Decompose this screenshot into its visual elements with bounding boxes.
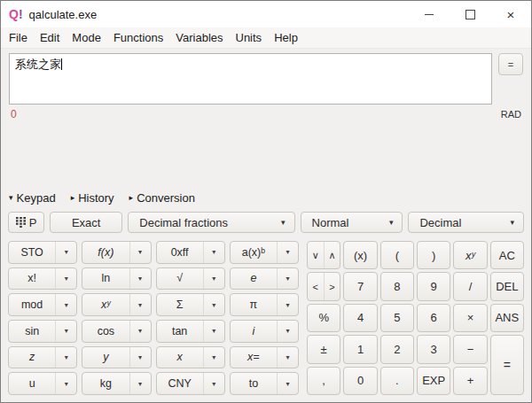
fraction-mode-dropdown[interactable]: Decimal fractions ▾ [128, 212, 294, 233]
menu-item-variables[interactable]: Variables [169, 31, 229, 44]
key-var-x-button[interactable]: x [157, 347, 203, 368]
key-7[interactable]: 7 [343, 272, 377, 300]
key-imaginary-button[interactable]: i [231, 321, 277, 342]
key-4[interactable]: 4 [343, 304, 377, 332]
key-cursor-leftright-right[interactable]: > [324, 273, 340, 299]
programming-keypad-button[interactable]: P [8, 212, 44, 233]
key-sto-button[interactable]: STO [9, 242, 55, 263]
key-unit-u-dropdown[interactable]: ▾ [55, 373, 76, 394]
calculate-button[interactable]: = [498, 53, 523, 75]
key-9[interactable]: 9 [417, 272, 450, 300]
key-sum-button[interactable]: Σ [157, 294, 203, 315]
key-ans[interactable]: ANS [490, 304, 524, 332]
key-unit-kg-dropdown[interactable]: ▾ [129, 373, 151, 394]
key-sum-dropdown[interactable]: ▾ [203, 294, 224, 315]
menu-item-help[interactable]: Help [268, 31, 304, 44]
key-history-updown-left[interactable]: ∨ [308, 242, 324, 268]
key-cursor-leftright[interactable]: <> [307, 272, 340, 300]
key-solve-button[interactable]: x= [231, 347, 277, 368]
key-parens-x[interactable]: (x) [343, 241, 377, 269]
key-tan-button[interactable]: tan [157, 321, 203, 342]
key-e-dropdown[interactable]: ▾ [277, 268, 298, 290]
menu-item-units[interactable]: Units [230, 31, 269, 44]
key-power-dropdown[interactable]: ▾ [129, 294, 151, 315]
key-raise[interactable]: xʸ [453, 241, 487, 269]
key-hex-dropdown[interactable]: ▾ [203, 242, 224, 263]
display-mode-dropdown[interactable]: Normal ▾ [301, 212, 403, 233]
key-cursor-leftright-left[interactable]: < [308, 273, 324, 299]
close-button[interactable]: × [490, 1, 531, 27]
key-0[interactable]: 0 [343, 367, 377, 395]
key-percent[interactable]: % [307, 304, 340, 332]
panel-toggle-history[interactable]: ▸ History [71, 191, 114, 205]
key-ac[interactable]: AC [490, 241, 524, 269]
key-history-updown-right[interactable]: ∧ [324, 242, 340, 268]
key-power-button[interactable]: xʸ [82, 294, 129, 315]
key-del[interactable]: DEL [490, 272, 524, 300]
key-decimal-point[interactable]: . [380, 367, 414, 395]
key-comma[interactable]: , [307, 367, 340, 395]
key-currency-cny-button[interactable]: CNY [157, 373, 203, 394]
key-sin-button[interactable]: sin [9, 321, 55, 342]
key-currency-cny-dropdown[interactable]: ▾ [203, 373, 224, 394]
key-sto-dropdown[interactable]: ▾ [55, 242, 76, 263]
key-fx-button[interactable]: f(x) [82, 242, 129, 263]
key-cos-dropdown[interactable]: ▾ [129, 321, 151, 342]
key-exp[interactable]: EXP [417, 367, 450, 395]
key-equals[interactable]: = [490, 335, 524, 395]
base-mode-dropdown[interactable]: Decimal ▾ [408, 212, 524, 233]
menu-item-file[interactable]: File [3, 31, 34, 44]
key-convert-to-button[interactable]: to [231, 373, 277, 394]
key-multiply[interactable]: × [453, 304, 487, 332]
key-solve-dropdown[interactable]: ▾ [277, 347, 298, 368]
key-6[interactable]: 6 [417, 304, 450, 332]
key-tan-dropdown[interactable]: ▾ [203, 321, 224, 342]
key-ln-button[interactable]: ln [82, 268, 129, 290]
panel-toggle-conversion[interactable]: ▸ Conversion [129, 191, 195, 205]
maximize-button[interactable] [450, 1, 490, 27]
key-base-exp-button[interactable]: a(x)ᵇ [231, 242, 277, 263]
key-imaginary-dropdown[interactable]: ▾ [277, 321, 298, 342]
menu-item-edit[interactable]: Edit [34, 31, 66, 44]
key-base-exp-dropdown[interactable]: ▾ [277, 242, 298, 263]
key-var-z-dropdown[interactable]: ▾ [55, 347, 76, 368]
exact-button[interactable]: Exact [50, 212, 122, 233]
key-cos-button[interactable]: cos [82, 321, 129, 342]
key-mod-dropdown[interactable]: ▾ [55, 294, 76, 315]
panel-toggle-keypad[interactable]: ▾ Keypad [9, 191, 56, 205]
key-1[interactable]: 1 [343, 335, 377, 363]
key-pi-dropdown[interactable]: ▾ [277, 294, 298, 315]
key-ln-dropdown[interactable]: ▾ [129, 268, 151, 290]
key-paren-close[interactable]: ) [417, 241, 450, 269]
key-sqrt-dropdown[interactable]: ▾ [203, 268, 224, 290]
key-divide[interactable]: / [453, 272, 487, 300]
key-plusminus[interactable]: ± [307, 335, 340, 363]
key-history-updown[interactable]: ∨∧ [307, 241, 340, 269]
key-2[interactable]: 2 [380, 335, 414, 363]
key-var-x-dropdown[interactable]: ▾ [203, 347, 224, 368]
key-convert-to-dropdown[interactable]: ▾ [277, 373, 298, 394]
key-unit-kg-button[interactable]: kg [82, 373, 129, 394]
key-var-y-dropdown[interactable]: ▾ [129, 347, 151, 368]
key-8[interactable]: 8 [380, 272, 414, 300]
key-factorial-button[interactable]: x! [9, 268, 55, 290]
key-5[interactable]: 5 [380, 304, 414, 332]
angle-mode-badge[interactable]: RAD [501, 109, 521, 120]
key-e-button[interactable]: e [231, 268, 277, 290]
menu-item-functions[interactable]: Functions [107, 31, 169, 44]
key-add[interactable]: + [453, 367, 487, 395]
key-pi-button[interactable]: π [231, 294, 277, 315]
key-var-y-button[interactable]: y [82, 347, 129, 368]
key-mod-button[interactable]: mod [9, 294, 55, 315]
menu-item-mode[interactable]: Mode [66, 31, 107, 44]
key-3[interactable]: 3 [417, 335, 450, 363]
key-subtract[interactable]: − [453, 335, 487, 363]
key-fx-dropdown[interactable]: ▾ [129, 242, 151, 263]
key-hex-button[interactable]: 0xff [157, 242, 203, 263]
key-sin-dropdown[interactable]: ▾ [55, 321, 76, 342]
key-var-z-button[interactable]: z [9, 347, 55, 368]
key-factorial-dropdown[interactable]: ▾ [55, 268, 76, 290]
expression-input[interactable]: 系统之家 [9, 53, 492, 105]
key-sqrt-button[interactable]: √ [157, 268, 203, 290]
key-paren-open[interactable]: ( [380, 241, 414, 269]
